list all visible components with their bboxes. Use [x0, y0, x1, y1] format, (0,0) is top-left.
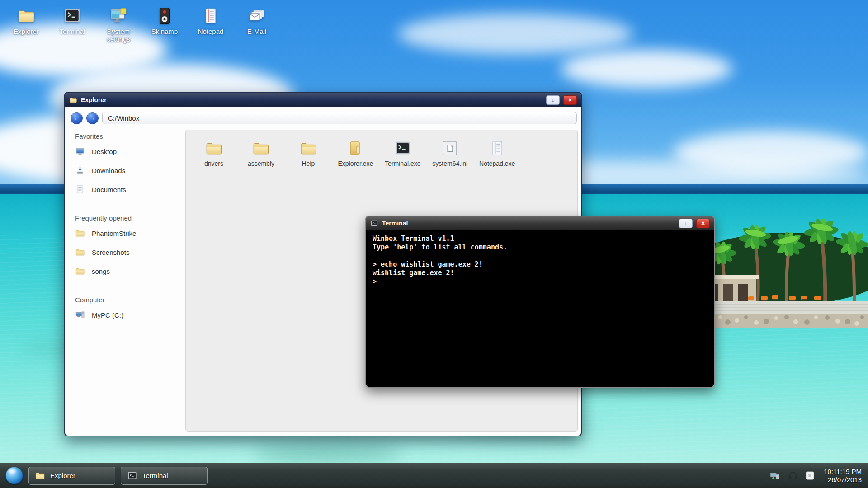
- sidebar-item-desktop[interactable]: Desktop: [75, 142, 183, 161]
- terminal-line: wishlist game.exe 2!: [373, 269, 708, 277]
- file-system64-ini[interactable]: system64.ini: [427, 139, 472, 167]
- minimize-button[interactable]: ↓: [546, 95, 560, 105]
- desktop-icon-label: Explorer: [14, 28, 39, 35]
- close-button[interactable]: ×: [563, 95, 577, 105]
- desktop-icon-label: System settings: [97, 28, 140, 43]
- file-help[interactable]: Help: [286, 139, 331, 167]
- explorer-titlebar[interactable]: Explorer ↓ ×: [65, 93, 581, 107]
- terminal-prompt: >: [373, 277, 708, 286]
- system-tray: 10:11:19 PM 26/07/2013: [769, 468, 868, 484]
- taskbar: Explorer Terminal 10:11:19 PM 26/07/2013: [0, 463, 868, 488]
- explorer-sidebar: Favorites Desktop Downloads Documents Fr…: [65, 129, 183, 436]
- terminal-line: Type 'help' to list all commands.: [373, 243, 708, 252]
- desktop-icon-label: Notepad: [198, 28, 224, 35]
- window-title: Explorer: [81, 96, 542, 103]
- terminal-icon: [394, 139, 412, 157]
- folder-app-icon: [346, 139, 364, 157]
- document-icon: [75, 184, 85, 194]
- address-bar[interactable]: [102, 112, 577, 124]
- desktop-icon-label: Skinamp: [151, 28, 178, 35]
- cloud: [398, 14, 633, 54]
- folder-icon: [75, 247, 85, 257]
- sidebar-item-screenshots[interactable]: Screenshots: [75, 243, 183, 262]
- clock-time: 10:11:19 PM: [824, 468, 862, 476]
- terminal-icon: [370, 219, 378, 227]
- media-player-icon: [155, 6, 174, 25]
- sidebar-item-documents[interactable]: Documents: [75, 180, 183, 199]
- network-tray-icon[interactable]: [769, 470, 781, 482]
- folder-icon: [69, 96, 77, 104]
- desktop-icon-email[interactable]: E-Mail: [235, 6, 278, 35]
- cloud: [561, 50, 732, 88]
- sidebar-item-phantomstrike[interactable]: PhantomStrike: [75, 224, 183, 243]
- terminal-window: Terminal ↓ × Winbox Terminal v1.1 Type '…: [365, 216, 715, 388]
- folder-icon: [75, 266, 85, 276]
- sidebar-item-mypc[interactable]: MyPC (C:): [75, 305, 183, 324]
- file-explorer-exe[interactable]: Explorer.exe: [333, 139, 378, 167]
- keyboard-tray-icon[interactable]: [805, 470, 815, 481]
- folder-icon: [299, 139, 317, 157]
- terminal-icon: [127, 470, 137, 481]
- folder-icon: [75, 228, 85, 238]
- email-icon: [247, 6, 266, 25]
- monitor-icon: [75, 146, 85, 156]
- desktop-icon-label: Terminal: [60, 28, 85, 35]
- folder-icon: [17, 6, 36, 25]
- close-icon: ×: [568, 97, 572, 103]
- computer-icon: [75, 310, 85, 320]
- water-patch: [253, 443, 402, 463]
- back-arrow-icon: ←: [74, 114, 80, 122]
- file-notepad-exe[interactable]: Notepad.exe: [475, 139, 520, 167]
- explorer-toolbar: ← →: [65, 107, 581, 129]
- desktop-icon-notepad[interactable]: Notepad: [189, 6, 232, 35]
- minimize-icon: ↓: [684, 220, 688, 226]
- file-terminal-exe[interactable]: Terminal.exe: [380, 139, 425, 167]
- folder-icon: [205, 139, 223, 157]
- terminal-line: > echo wishlist game.exe 2!: [373, 260, 708, 269]
- notepad-icon: [488, 139, 506, 157]
- sidebar-heading-computer: Computer: [75, 296, 183, 304]
- desktop-icon-terminal[interactable]: Terminal: [51, 6, 94, 35]
- forward-arrow-icon: →: [90, 114, 96, 122]
- close-icon: ×: [701, 220, 705, 226]
- start-button[interactable]: [5, 467, 23, 484]
- folder-icon: [252, 139, 270, 157]
- minimize-button[interactable]: ↓: [679, 219, 693, 228]
- terminal-line: Winbox Terminal v1.1: [373, 235, 708, 243]
- window-title: Terminal: [382, 220, 675, 227]
- folder-icon: [35, 470, 45, 481]
- clock[interactable]: 10:11:19 PM 26/07/2013: [824, 468, 862, 484]
- close-button[interactable]: ×: [696, 219, 710, 228]
- island-graphic: [703, 194, 868, 339]
- desktop: Explorer Terminal System settings Skinam…: [0, 0, 868, 488]
- desktop-icon-explorer[interactable]: Explorer: [5, 6, 48, 35]
- terminal-icon: [63, 6, 82, 25]
- ini-file-icon: [441, 139, 459, 157]
- audio-tray-icon[interactable]: [787, 470, 799, 482]
- sidebar-item-downloads[interactable]: Downloads: [75, 161, 183, 180]
- desktop-icon-system-settings[interactable]: System settings: [97, 6, 140, 43]
- taskbar-item-terminal[interactable]: Terminal: [121, 467, 208, 485]
- terminal-titlebar[interactable]: Terminal ↓ ×: [366, 216, 714, 230]
- desktop-icon-skinamp[interactable]: Skinamp: [143, 6, 186, 35]
- sidebar-heading-favorites: Favorites: [75, 132, 183, 140]
- terminal-output[interactable]: Winbox Terminal v1.1 Type 'help' to list…: [366, 230, 714, 291]
- terminal-line: [373, 252, 708, 260]
- sidebar-item-songs[interactable]: songs: [75, 262, 183, 281]
- download-icon: [75, 165, 85, 175]
- minimize-icon: ↓: [552, 97, 555, 103]
- notepad-icon: [201, 6, 220, 25]
- file-assembly[interactable]: assembly: [238, 139, 283, 167]
- system-settings-icon: [109, 6, 128, 25]
- sidebar-heading-frequently-opened: Frequently opened: [75, 214, 183, 222]
- taskbar-item-explorer[interactable]: Explorer: [28, 467, 115, 485]
- forward-button[interactable]: →: [86, 112, 99, 124]
- back-button[interactable]: ←: [71, 112, 83, 124]
- desktop-icon-label: E-Mail: [247, 28, 267, 35]
- clock-date: 26/07/2013: [824, 476, 862, 484]
- file-drivers[interactable]: drivers: [191, 139, 236, 167]
